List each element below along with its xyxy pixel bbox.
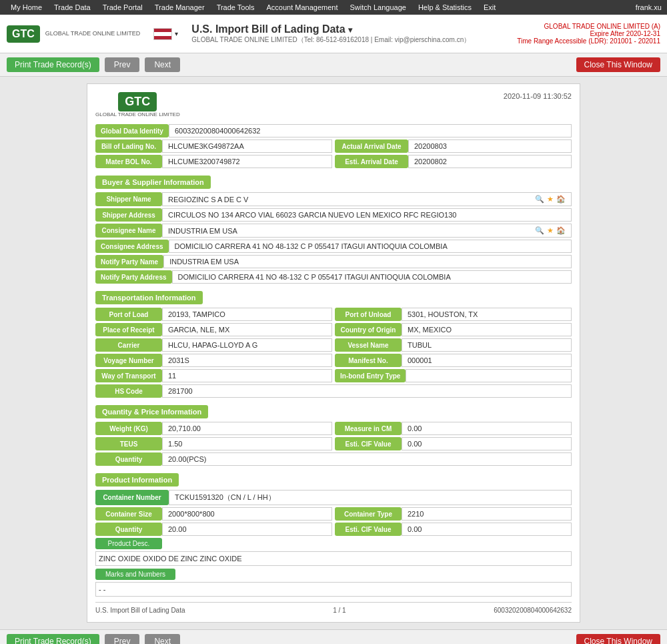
marks-numbers-button[interactable]: Marks and Numbers (95, 569, 175, 580)
teus-label: TEUS (95, 437, 162, 450)
logo-subtext: GLOBAL TRADE ONLINE LIMITED (45, 30, 141, 38)
bol-row: Bill of Lading No. HLCUME3KG49872AA Actu… (95, 139, 572, 153)
prev-top-button[interactable]: Prev (105, 57, 140, 72)
teus-value: 1.50 (162, 437, 332, 450)
nav-my-home[interactable]: My Home (5, 0, 47, 15)
card-logo-box: GTC (118, 92, 157, 111)
company-right: GLOBAL TRADE ONLINE LIMITED (A) (517, 23, 660, 30)
main-content: GTC GLOBAL TRADE ONLINE LIMITED 2020-11-… (0, 77, 667, 629)
product-desc-row: Product Desc. (95, 538, 572, 549)
page-subtitle: GLOBAL TRADE ONLINE LIMITED（Tel: 86-512-… (191, 35, 517, 45)
shipper-address-row: Shipper Address CIRCULOS NO 134 ARCO VIA… (95, 208, 572, 222)
container-size-type-row: Container Size 2000*800*800 Container Ty… (95, 507, 572, 521)
esti-cif-value: 0.00 (402, 437, 572, 450)
card-logo: GTC GLOBAL TRADE ONLINE LIMITED (95, 92, 180, 117)
quantity-row: Quantity 20.00(PCS) (95, 452, 572, 466)
vessel-name-label: Vessel Name (335, 338, 402, 352)
shipper-search-icon[interactable]: 🔍 (535, 195, 544, 204)
nav-trade-tools[interactable]: Trade Tools (211, 0, 260, 15)
logo-box: GTC (7, 25, 40, 43)
page-title-area: U.S. Import Bill of Lading Data ▾ GLOBAL… (191, 23, 517, 45)
notify-party-address-label: Notify Party Address (95, 270, 172, 284)
hs-code-value: 281700 (162, 384, 572, 398)
transportation-section-header: Transportation Information (95, 291, 203, 304)
global-data-row: Global Data Identity 6003202008040006426… (95, 124, 572, 137)
close-bottom-button[interactable]: Close This Window (576, 634, 660, 644)
card-footer-left: U.S. Import Bill of Lading Data (95, 607, 185, 614)
place-receipt-value: GARCIA, NLE, MX (162, 323, 332, 336)
consignee-home-icon[interactable]: 🏠 (556, 226, 566, 235)
card-logo-subtext: GLOBAL TRADE ONLINE LIMITED (95, 111, 180, 117)
card-footer: U.S. Import Bill of Lading Data 1 / 1 60… (95, 602, 572, 614)
page-title: U.S. Import Bill of Lading Data ▾ (191, 23, 517, 35)
marks-numbers-value-row: - - (95, 582, 572, 597)
nav-exit[interactable]: Exit (478, 0, 501, 15)
product-desc-value: ZINC OXIDE OXIDO DE ZINC ZINC OXIDE (95, 551, 572, 566)
port-load-value: 20193, TAMPICO (162, 308, 332, 321)
consignee-star-icon[interactable]: ★ (547, 226, 554, 235)
quantity-label: Quantity (95, 452, 162, 466)
nav-help-statistics[interactable]: Help & Statistics (413, 0, 477, 15)
flag-dropdown-icon[interactable]: ▾ (175, 30, 178, 37)
in-bond-value (406, 369, 572, 382)
quantity2-label: Quantity (95, 523, 162, 536)
next-top-button[interactable]: Next (145, 57, 180, 72)
mater-bol-row: Mater BOL No. HLCUME3200749872 Esti. Arr… (95, 155, 572, 168)
nav-switch-language[interactable]: Switch Language (345, 0, 412, 15)
notify-party-name-value: INDUSTRIA EM USA (163, 255, 572, 268)
nav-trade-manager[interactable]: Trade Manager (149, 0, 210, 15)
esti-cif-label: Esti. CIF Value (335, 437, 402, 450)
port-unload-value: 5301, HOUSTON, TX (402, 308, 572, 321)
prev-bottom-button[interactable]: Prev (105, 634, 140, 644)
measure-cm-value: 0.00 (402, 422, 572, 435)
buyer-supplier-section-header: Buyer & Supplier Information (95, 176, 211, 189)
actual-arrival-value: 20200803 (408, 139, 572, 153)
esti-arrival-value: 20200802 (408, 155, 572, 168)
nav-account-management[interactable]: Account Management (261, 0, 344, 15)
title-dropdown-icon[interactable]: ▾ (348, 25, 352, 35)
qty2-cif2-row: Quantity 20.00 Esti. CIF Value 0.00 (95, 523, 572, 536)
voyage-number-label: Voyage Number (95, 354, 162, 367)
print-top-button[interactable]: Print Trade Record(s) (7, 57, 99, 72)
card-header: GTC GLOBAL TRADE ONLINE LIMITED 2020-11-… (95, 92, 572, 117)
bottom-toolbar: Print Trade Record(s) Prev Next Close Th… (0, 629, 667, 644)
qty-price-section-header: Quantity & Price Information (95, 405, 208, 418)
port-load-label: Port of Load (95, 308, 162, 321)
esti-arrival-label: Esti. Arrival Date (335, 155, 408, 168)
top-toolbar: Print Trade Record(s) Prev Next Close Th… (0, 53, 667, 77)
actual-arrival-label: Actual Arrival Date (335, 139, 408, 153)
weight-measure-row: Weight (KG) 20,710.00 Measure in CM 0.00 (95, 422, 572, 435)
container-size-label: Container Size (95, 507, 162, 521)
print-bottom-button[interactable]: Print Trade Record(s) (7, 634, 99, 644)
shipper-home-icon[interactable]: 🏠 (556, 195, 566, 204)
consignee-name-label: Consignee Name (95, 224, 162, 238)
shipper-address-label: Shipper Address (95, 208, 162, 222)
nav-trade-data[interactable]: Trade Data (49, 0, 96, 15)
shipper-star-icon[interactable]: ★ (547, 195, 554, 204)
country-origin-value: MX, MEXICO (402, 323, 572, 336)
shipper-address-value: CIRCULOS NO 134 ARCO VIAL 66023 GARCIA N… (162, 208, 572, 222)
next-bottom-button[interactable]: Next (145, 634, 180, 644)
port-unload-label: Port of Unload (335, 308, 402, 321)
consignee-search-icon[interactable]: 🔍 (535, 226, 544, 235)
esti-cif2-value: 0.00 (402, 523, 572, 536)
weight-label: Weight (KG) (95, 422, 162, 435)
mater-bol-value: HLCUME3200749872 (162, 155, 332, 168)
close-top-button[interactable]: Close This Window (576, 57, 660, 72)
product-section-header: Product Information (95, 473, 179, 487)
mater-bol-label: Mater BOL No. (95, 155, 162, 168)
esti-cif2-label: Esti. CIF Value (335, 523, 402, 536)
card-timestamp: 2020-11-09 11:30:52 (504, 92, 572, 100)
hs-code-label: HS Code (95, 384, 162, 398)
voyage-number-value: 2031S (162, 354, 332, 367)
container-size-value: 2000*800*800 (162, 507, 332, 521)
flag-icon (153, 28, 172, 40)
actual-arrival-col: Actual Arrival Date 20200803 (335, 139, 572, 153)
time-range: Time Range Accessible (LDR): 201001 - 20… (517, 37, 660, 45)
nav-trade-portal[interactable]: Trade Portal (97, 0, 148, 15)
way-transport-value: 11 (162, 369, 332, 382)
carrier-label: Carrier (95, 338, 162, 352)
header-bar: GTC GLOBAL TRADE ONLINE LIMITED ▾ U.S. I… (0, 15, 667, 53)
record-card: GTC GLOBAL TRADE ONLINE LIMITED 2020-11-… (87, 83, 580, 623)
product-desc-button[interactable]: Product Desc. (95, 538, 162, 549)
